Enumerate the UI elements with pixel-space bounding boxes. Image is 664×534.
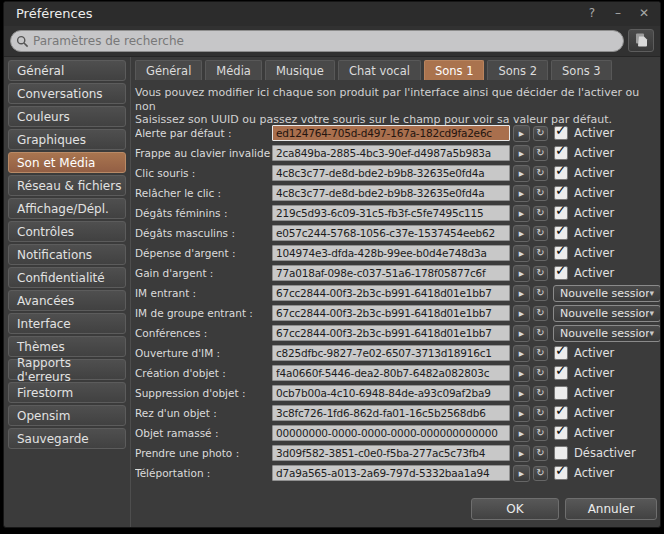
- uuid-input[interactable]: [272, 305, 510, 321]
- enable-checkbox[interactable]: ✓: [554, 366, 568, 380]
- play-sound-button[interactable]: ▶: [513, 205, 530, 222]
- uuid-input[interactable]: [272, 365, 510, 381]
- uuid-input[interactable]: [272, 465, 510, 481]
- reset-default-button[interactable]: ↻: [533, 446, 548, 461]
- tab[interactable]: Général: [135, 60, 202, 80]
- sidebar-item[interactable]: Affichage/Dépl.: [8, 198, 126, 219]
- ok-button[interactable]: OK: [471, 498, 559, 520]
- reset-default-button[interactable]: ↻: [533, 326, 548, 341]
- enable-checkbox[interactable]: ✓: [554, 346, 568, 360]
- tab[interactable]: Chat vocal: [338, 60, 421, 80]
- reset-default-button[interactable]: ↻: [533, 366, 548, 381]
- enable-checkbox[interactable]: ✓: [554, 126, 568, 140]
- enable-checkbox[interactable]: ✓: [554, 226, 568, 240]
- play-sound-button[interactable]: ▶: [513, 385, 530, 402]
- play-sound-button[interactable]: ▶: [513, 145, 530, 162]
- uuid-input[interactable]: [272, 245, 510, 261]
- tab[interactable]: Sons 3: [551, 60, 612, 80]
- uuid-input[interactable]: [272, 125, 510, 141]
- sidebar-item[interactable]: Son et Média: [8, 152, 126, 173]
- sidebar-item[interactable]: Graphiques: [8, 129, 126, 150]
- play-sound-button[interactable]: ▶: [513, 445, 530, 462]
- sidebar-item[interactable]: Firestorm: [8, 382, 126, 403]
- tab[interactable]: Média: [205, 60, 262, 80]
- help-icon[interactable]: ?: [584, 5, 600, 21]
- session-dropdown[interactable]: Nouvelle session▾: [553, 325, 661, 342]
- reset-default-button[interactable]: ↻: [533, 126, 548, 141]
- enable-checkbox[interactable]: ✓: [554, 246, 568, 260]
- reset-default-button[interactable]: ↻: [533, 246, 548, 261]
- sidebar-item[interactable]: Sauvegarde: [8, 428, 126, 449]
- uuid-input[interactable]: [272, 405, 510, 421]
- close-icon[interactable]: ✕: [636, 5, 652, 21]
- reset-default-button[interactable]: ↻: [533, 426, 548, 441]
- sidebar-item[interactable]: Général: [8, 60, 126, 81]
- tab[interactable]: Sons 2: [487, 60, 548, 80]
- uuid-input[interactable]: [272, 385, 510, 401]
- enable-checkbox[interactable]: ✓: [554, 426, 568, 440]
- play-sound-button[interactable]: ▶: [513, 365, 530, 382]
- sidebar-item[interactable]: Contrôles: [8, 221, 126, 242]
- play-sound-button[interactable]: ▶: [513, 465, 530, 482]
- tab[interactable]: Sons 1: [424, 60, 485, 80]
- sidebar-item[interactable]: Rapports d'erreurs: [8, 359, 126, 380]
- tab[interactable]: Musique: [265, 60, 335, 80]
- sidebar-item[interactable]: Conversations: [8, 83, 126, 104]
- enable-checkbox[interactable]: ✓: [554, 266, 568, 280]
- reset-default-button[interactable]: ↻: [533, 406, 548, 421]
- uuid-input[interactable]: [272, 145, 510, 161]
- uuid-input[interactable]: [272, 445, 510, 461]
- play-sound-button[interactable]: ▶: [513, 305, 530, 322]
- play-sound-button[interactable]: ▶: [513, 425, 530, 442]
- reset-default-button[interactable]: ↻: [533, 286, 548, 301]
- uuid-input[interactable]: [272, 325, 510, 341]
- enable-checkbox[interactable]: [554, 386, 568, 400]
- reset-default-button[interactable]: ↻: [533, 306, 548, 321]
- uuid-input[interactable]: [272, 225, 510, 241]
- enable-checkbox[interactable]: ✓: [554, 466, 568, 480]
- reset-default-button[interactable]: ↻: [533, 186, 548, 201]
- enable-checkbox[interactable]: [554, 446, 568, 460]
- uuid-input[interactable]: [272, 185, 510, 201]
- play-sound-button[interactable]: ▶: [513, 125, 530, 142]
- minimize-icon[interactable]: –: [610, 5, 626, 21]
- uuid-input[interactable]: [272, 265, 510, 281]
- enable-checkbox[interactable]: ✓: [554, 166, 568, 180]
- reset-default-button[interactable]: ↻: [533, 266, 548, 281]
- uuid-input[interactable]: [272, 285, 510, 301]
- session-dropdown[interactable]: Nouvelle session▾: [553, 305, 661, 322]
- uuid-input[interactable]: [272, 205, 510, 221]
- search-input[interactable]: [29, 34, 623, 48]
- reset-default-button[interactable]: ↻: [533, 226, 548, 241]
- sidebar-item[interactable]: Couleurs: [8, 106, 126, 127]
- reset-default-button[interactable]: ↻: [533, 166, 548, 181]
- sidebar-item[interactable]: Réseau & fichiers: [8, 175, 126, 196]
- uuid-input[interactable]: [272, 165, 510, 181]
- copy-settings-button[interactable]: [628, 29, 654, 52]
- reset-default-button[interactable]: ↻: [533, 206, 548, 221]
- cancel-button[interactable]: Annuler: [565, 498, 657, 520]
- play-sound-button[interactable]: ▶: [513, 265, 530, 282]
- enable-checkbox[interactable]: ✓: [554, 206, 568, 220]
- enable-checkbox[interactable]: ✓: [554, 186, 568, 200]
- session-dropdown[interactable]: Nouvelle session▾: [553, 285, 661, 302]
- play-sound-button[interactable]: ▶: [513, 185, 530, 202]
- play-sound-button[interactable]: ▶: [513, 325, 530, 342]
- reset-default-button[interactable]: ↻: [533, 346, 548, 361]
- play-sound-button[interactable]: ▶: [513, 405, 530, 422]
- enable-checkbox[interactable]: ✓: [554, 146, 568, 160]
- reset-default-button[interactable]: ↻: [533, 386, 548, 401]
- play-sound-button[interactable]: ▶: [513, 285, 530, 302]
- reset-default-button[interactable]: ↻: [533, 146, 548, 161]
- reset-default-button[interactable]: ↻: [533, 466, 548, 481]
- uuid-input[interactable]: [272, 345, 510, 361]
- enable-checkbox[interactable]: ✓: [554, 406, 568, 420]
- sidebar-item[interactable]: Opensim: [8, 405, 126, 426]
- sidebar-item[interactable]: Avancées: [8, 290, 126, 311]
- sidebar-item[interactable]: Thèmes: [8, 336, 126, 357]
- sidebar-item[interactable]: Interface: [8, 313, 126, 334]
- sidebar-item[interactable]: Notifications: [8, 244, 126, 265]
- uuid-input[interactable]: [272, 425, 510, 441]
- play-sound-button[interactable]: ▶: [513, 225, 530, 242]
- play-sound-button[interactable]: ▶: [513, 245, 530, 262]
